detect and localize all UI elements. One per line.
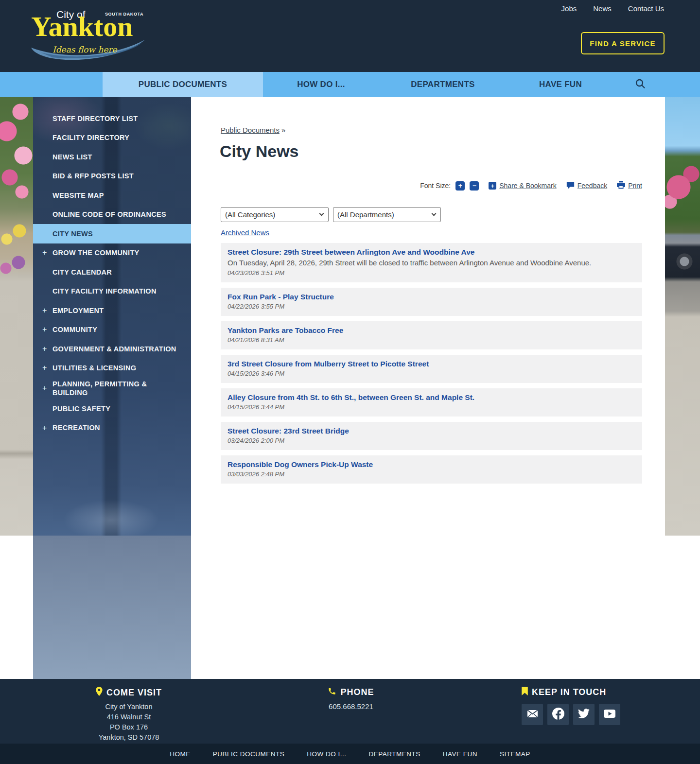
font-size-increase-button[interactable]: + [455,181,465,191]
news-item-title[interactable]: Fox Run Park - Play Structure [228,293,334,301]
page: City of SOUTH DAKOTA Yankton Ideas flow … [0,0,700,764]
sidebar-item-label: CITY NEWS [52,229,93,238]
youtube-icon [604,710,615,720]
phone-icon [328,687,336,698]
email-button[interactable] [522,704,543,725]
news-item: Street Closure: 29th Street between Arli… [221,243,642,282]
facebook-icon [552,708,564,722]
expand-plus-icon[interactable]: + [42,325,47,334]
utility-link-jobs[interactable]: Jobs [561,4,577,13]
font-size-label: Font Size: [420,182,451,190]
share-plus-icon: + [489,182,496,190]
categories-select[interactable]: (All Categories) [221,207,329,222]
page-title: City News [220,142,299,161]
utility-link-news[interactable]: News [593,4,612,13]
sidebar-background-lower [33,536,191,679]
phone-number[interactable]: 605.668.5221 [290,702,412,711]
news-item-date: 03/03/2026 2:48 PM [228,470,635,478]
sidebar-item-staff-directory-list[interactable]: STAFF DIRECTORY LIST [33,109,191,128]
sidebar-item-government-administration[interactable]: +GOVERNMENT & ADMINISTRATION [33,339,191,359]
news-item-date: 04/15/2026 3:44 PM [228,403,635,411]
departments-select-wrap: (All Departments) [333,207,441,222]
breadcrumb-link-public-documents[interactable]: Public Documents [221,126,280,134]
sidebar-item-planning-permitting-building[interactable]: +PLANNING, PERMITTING & BUILDING [33,378,191,399]
footer-keep-in-touch: KEEP IN TOUCH [522,687,643,725]
print-link[interactable]: Print [628,182,642,190]
footer-link-public-documents[interactable]: PUBLIC DOCUMENTS [213,750,285,758]
footer-link-sitemap[interactable]: SITEMAP [500,750,530,758]
news-item-title[interactable]: 3rd Street Closure from Mulberry Street … [228,360,429,368]
expand-plus-icon[interactable]: + [42,306,47,315]
search-button[interactable] [614,72,666,97]
logo-tagline: Ideas flow here [52,45,117,54]
news-item-title[interactable]: Alley Closure from 4th St. to 6th St., b… [228,393,474,402]
font-size-decrease-button[interactable]: − [470,181,479,191]
tab-have-fun[interactable]: HAVE FUN [507,72,614,97]
news-item-title[interactable]: Street Closure: 29th Street between Arli… [228,248,474,257]
find-a-service-button[interactable]: FIND A SERVICE [581,32,665,54]
street-photo-right [665,97,700,536]
sidebar-item-label: EMPLOYMENT [52,306,104,315]
sidebar-item-online-code-of-ordinances[interactable]: ONLINE CODE OF ORDINANCES [33,205,191,225]
news-item-title[interactable]: Street Closure: 23rd Street Bridge [228,427,349,435]
sidebar-item-city-calendar[interactable]: CITY CALENDAR [33,262,191,282]
archived-news-link[interactable]: Archived News [221,228,269,237]
keep-in-touch-heading: KEEP IN TOUCH [532,687,606,697]
tab-how-do-i[interactable]: HOW DO I... [263,72,379,97]
expand-plus-icon[interactable]: + [42,248,47,258]
news-item-title[interactable]: Responsible Dog Owners Pick-Up Waste [228,460,373,469]
sidebar-item-label: RECREATION [52,423,100,432]
sidebar-item-label: CITY CALENDAR [52,268,112,277]
sidebar-item-city-facility-information[interactable]: CITY FACILITY INFORMATION [33,282,191,301]
facebook-button[interactable] [547,704,569,725]
sidebar-item-facility-directory[interactable]: FACILITY DIRECTORY [33,128,191,148]
news-list: Street Closure: 29th Street between Arli… [221,243,642,489]
address-line: City of Yankton [68,702,190,712]
expand-plus-icon[interactable]: + [42,363,47,373]
email-icon [527,710,538,720]
sidebar-item-community[interactable]: +COMMUNITY [33,320,191,340]
site-header: City of SOUTH DAKOTA Yankton Ideas flow … [0,0,700,72]
footer-link-how-do-i[interactable]: HOW DO I... [307,750,346,758]
sidebar-item-employment[interactable]: +EMPLOYMENT [33,301,191,320]
sidebar-item-label: PUBLIC SAFETY [52,404,110,413]
twitter-button[interactable] [573,704,595,725]
tab-departments[interactable]: DEPARTMENTS [379,72,507,97]
street-photo-left [0,97,33,536]
utility-link-contact-us[interactable]: Contact Us [628,4,664,13]
sidebar-item-news-list[interactable]: NEWS LIST [33,147,191,167]
footer-nav: HOME PUBLIC DOCUMENTS HOW DO I... DEPART… [0,744,700,764]
phone-heading: PHONE [340,687,374,697]
logo-name: Yankton [31,13,133,41]
expand-plus-icon[interactable]: + [42,383,47,393]
news-item-description: On Tuesday, April 28, 2026, 29th Street … [228,258,635,268]
news-item: Street Closure: 23rd Street Bridge 03/24… [221,422,642,450]
footer-link-home[interactable]: HOME [170,750,191,758]
feedback-bubble-icon [566,181,575,191]
feedback-link[interactable]: Feedback [578,182,607,190]
expand-plus-icon[interactable]: + [42,344,47,354]
page-tools: Font Size: + − + Share & Bookmark Feedba… [420,181,642,191]
departments-select[interactable]: (All Departments) [333,207,441,222]
sidebar-item-utilities-licensing[interactable]: +UTILITIES & LICENSING [33,359,191,378]
sidebar-item-bid-rfp-posts-list[interactable]: BID & RFP POSTS LIST [33,167,191,186]
search-icon [635,78,646,91]
sidebar-item-label: STAFF DIRECTORY LIST [52,114,138,123]
sidebar-item-website-map[interactable]: WEBSITE MAP [33,186,191,205]
news-item-date: 04/22/2026 3:55 PM [228,303,635,310]
sidebar-item-city-news[interactable]: CITY NEWS [33,224,191,243]
sidebar-item-public-safety[interactable]: PUBLIC SAFETY [33,399,191,418]
sidebar-item-label: UTILITIES & LICENSING [52,364,136,372]
sidebar-item-grow-the-community[interactable]: +GROW THE COMMUNITY [33,243,191,263]
news-item-date: 03/24/2026 2:00 PM [228,437,635,444]
youtube-button[interactable] [599,704,620,725]
footer-link-have-fun[interactable]: HAVE FUN [443,750,477,758]
footer-link-departments[interactable]: DEPARTMENTS [368,750,420,758]
share-bookmark-link[interactable]: Share & Bookmark [499,182,557,190]
expand-plus-icon[interactable]: + [42,423,47,433]
site-footer: COME VISIT City of Yankton 416 Walnut St… [0,679,700,744]
tab-public-documents[interactable]: PUBLIC DOCUMENTS [103,72,263,97]
city-logo[interactable]: City of SOUTH DAKOTA Yankton Ideas flow … [31,6,148,64]
news-item-title[interactable]: Yankton Parks are Tobacco Free [228,326,343,335]
sidebar-item-recreation[interactable]: +RECREATION [33,418,191,438]
